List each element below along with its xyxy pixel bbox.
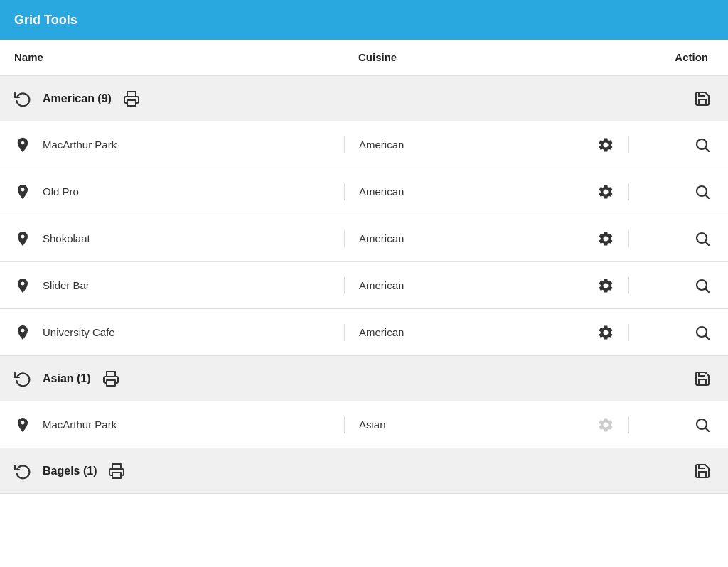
app-title: Grid Tools (14, 13, 77, 28)
search-icon[interactable] (694, 230, 711, 247)
save-icon-asian[interactable] (694, 370, 711, 387)
item-name: Shokolaat (43, 232, 90, 244)
item-name: MacArthur Park (43, 418, 117, 431)
app-container: Grid Tools Name Cuisine Action America (0, 0, 728, 494)
save-icon-american[interactable] (694, 90, 711, 107)
svg-rect-0 (127, 100, 136, 106)
item-name: Slider Bar (43, 279, 90, 291)
table-row: MacArthur Park Asian (0, 401, 728, 448)
header-bar: Grid Tools (0, 0, 728, 40)
search-icon[interactable] (694, 136, 711, 153)
gear-icon[interactable] (597, 183, 614, 200)
pin-icon[interactable] (14, 416, 31, 433)
grid-body: American (9) (0, 76, 728, 494)
table-row: Slider Bar American (0, 262, 728, 309)
table-row: MacArthur Park American (0, 122, 728, 168)
svg-line-8 (706, 288, 709, 291)
gear-icon-inactive[interactable] (597, 416, 614, 433)
print-icon-bagels[interactable] (108, 463, 125, 480)
refresh-icon[interactable] (14, 90, 31, 107)
svg-rect-14 (112, 472, 121, 478)
pin-icon[interactable] (14, 183, 31, 200)
header-cuisine: Cuisine (344, 40, 628, 75)
refresh-icon[interactable] (14, 463, 31, 480)
group-row-bagels: Bagels (1) (0, 448, 728, 494)
pin-icon[interactable] (14, 230, 31, 247)
svg-line-13 (706, 428, 709, 431)
header-name: Name (0, 40, 344, 75)
search-icon[interactable] (694, 324, 711, 341)
pin-icon[interactable] (14, 136, 31, 153)
table-row: University Cafe American (0, 309, 728, 356)
item-cuisine: American (359, 139, 586, 151)
group-row-american: American (9) (0, 76, 728, 122)
svg-rect-11 (107, 380, 115, 386)
item-name: MacArthur Park (43, 139, 117, 151)
gear-icon[interactable] (597, 230, 614, 247)
item-name: Old Pro (43, 185, 79, 198)
pin-icon[interactable] (14, 277, 31, 294)
gear-icon[interactable] (597, 136, 614, 153)
table-row: Shokolaat American (0, 215, 728, 262)
search-icon[interactable] (694, 277, 711, 294)
item-cuisine: American (359, 279, 586, 291)
svg-line-10 (706, 335, 709, 338)
group-label-bagels: Bagels (1) (43, 465, 97, 477)
pin-icon[interactable] (14, 324, 31, 341)
print-icon-american[interactable] (123, 90, 140, 107)
refresh-icon[interactable] (14, 370, 31, 387)
grid: Name Cuisine Action American (9) (0, 40, 728, 494)
group-label-american: American (9) (43, 92, 112, 105)
table-row: Old Pro American (0, 168, 728, 215)
item-cuisine: Asian (359, 418, 586, 431)
item-cuisine: American (359, 326, 586, 338)
svg-line-6 (706, 242, 709, 244)
group-row-asian: Asian (1) (0, 356, 728, 401)
grid-header-row: Name Cuisine Action (0, 40, 728, 76)
group-label-asian: Asian (1) (43, 372, 91, 385)
item-cuisine: American (359, 185, 586, 198)
item-name: University Cafe (43, 326, 115, 338)
gear-icon[interactable] (597, 277, 614, 294)
gear-icon[interactable] (597, 324, 614, 341)
print-icon-asian[interactable] (102, 370, 119, 387)
svg-line-4 (706, 195, 709, 198)
search-icon[interactable] (694, 416, 711, 433)
save-icon-bagels[interactable] (694, 463, 711, 480)
search-icon[interactable] (694, 183, 711, 200)
item-cuisine: American (359, 232, 586, 244)
header-action: Action (628, 40, 728, 75)
svg-line-2 (706, 148, 709, 151)
